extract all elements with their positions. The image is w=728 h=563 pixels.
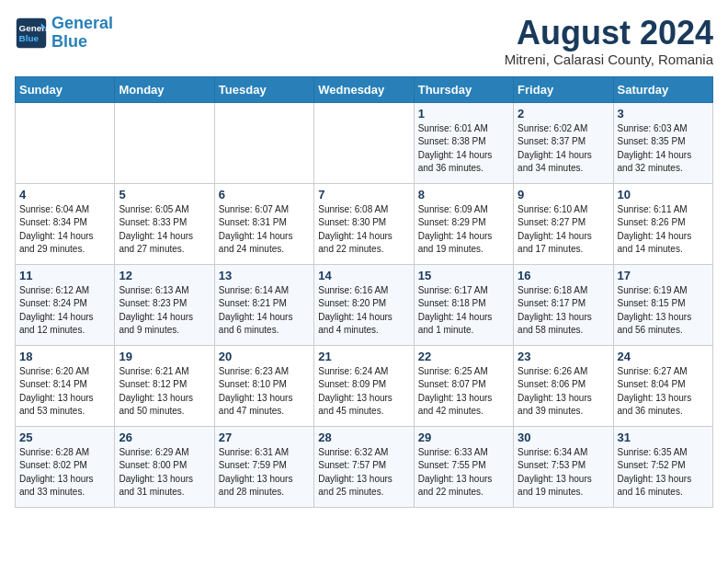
calendar-week-3: 11Sunrise: 6:12 AM Sunset: 8:24 PM Dayli…	[16, 264, 713, 345]
calendar-cell: 13Sunrise: 6:14 AM Sunset: 8:21 PM Dayli…	[214, 264, 313, 345]
day-number: 15	[418, 269, 509, 282]
calendar-cell: 3Sunrise: 6:03 AM Sunset: 8:35 PM Daylig…	[613, 102, 712, 183]
day-info: Sunrise: 6:13 AM Sunset: 8:23 PM Dayligh…	[119, 284, 210, 338]
calendar-cell	[214, 102, 313, 183]
day-number: 4	[19, 188, 110, 201]
calendar-cell	[115, 102, 214, 183]
day-number: 10	[618, 188, 709, 201]
day-number: 19	[119, 350, 210, 363]
calendar-cell: 4Sunrise: 6:04 AM Sunset: 8:34 PM Daylig…	[16, 183, 115, 264]
svg-text:General: General	[19, 23, 49, 33]
day-number: 21	[318, 350, 409, 363]
calendar-week-5: 25Sunrise: 6:28 AM Sunset: 8:02 PM Dayli…	[16, 426, 713, 507]
day-number: 9	[518, 188, 609, 201]
calendar-cell: 1Sunrise: 6:01 AM Sunset: 8:38 PM Daylig…	[414, 102, 513, 183]
location-subtitle: Mitreni, Calarasi County, Romania	[505, 52, 713, 67]
calendar-header: SundayMondayTuesdayWednesdayThursdayFrid…	[16, 76, 713, 102]
day-info: Sunrise: 6:28 AM Sunset: 8:02 PM Dayligh…	[19, 446, 110, 500]
calendar-week-2: 4Sunrise: 6:04 AM Sunset: 8:34 PM Daylig…	[16, 183, 713, 264]
day-number: 31	[618, 431, 709, 444]
logo: General Blue General Blue	[15, 15, 113, 52]
day-number: 22	[418, 350, 509, 363]
logo-text: General Blue	[51, 15, 113, 52]
calendar-cell: 7Sunrise: 6:08 AM Sunset: 8:30 PM Daylig…	[314, 183, 414, 264]
calendar-cell: 9Sunrise: 6:10 AM Sunset: 8:27 PM Daylig…	[514, 183, 613, 264]
calendar-cell: 15Sunrise: 6:17 AM Sunset: 8:18 PM Dayli…	[414, 264, 513, 345]
month-year-title: August 2024	[505, 15, 713, 52]
day-info: Sunrise: 6:32 AM Sunset: 7:57 PM Dayligh…	[318, 446, 409, 500]
calendar-table: SundayMondayTuesdayWednesdayThursdayFrid…	[15, 76, 713, 508]
calendar-cell: 19Sunrise: 6:21 AM Sunset: 8:12 PM Dayli…	[115, 345, 214, 426]
day-info: Sunrise: 6:25 AM Sunset: 8:07 PM Dayligh…	[418, 365, 509, 419]
day-info: Sunrise: 6:14 AM Sunset: 8:21 PM Dayligh…	[219, 284, 310, 338]
calendar-cell: 10Sunrise: 6:11 AM Sunset: 8:26 PM Dayli…	[613, 183, 712, 264]
calendar-cell: 18Sunrise: 6:20 AM Sunset: 8:14 PM Dayli…	[16, 345, 115, 426]
day-number: 20	[219, 350, 310, 363]
day-info: Sunrise: 6:16 AM Sunset: 8:20 PM Dayligh…	[318, 284, 409, 338]
day-number: 23	[518, 350, 609, 363]
day-number: 29	[418, 431, 509, 444]
day-info: Sunrise: 6:11 AM Sunset: 8:26 PM Dayligh…	[618, 203, 709, 257]
logo-icon: General Blue	[15, 17, 48, 50]
calendar-cell: 8Sunrise: 6:09 AM Sunset: 8:29 PM Daylig…	[414, 183, 513, 264]
day-info: Sunrise: 6:19 AM Sunset: 8:15 PM Dayligh…	[618, 284, 709, 338]
weekday-header-monday: Monday	[115, 76, 214, 102]
calendar-cell: 24Sunrise: 6:27 AM Sunset: 8:04 PM Dayli…	[613, 345, 712, 426]
day-info: Sunrise: 6:04 AM Sunset: 8:34 PM Dayligh…	[19, 203, 110, 257]
day-info: Sunrise: 6:05 AM Sunset: 8:33 PM Dayligh…	[119, 203, 210, 257]
weekday-header-sunday: Sunday	[16, 76, 115, 102]
day-info: Sunrise: 6:24 AM Sunset: 8:09 PM Dayligh…	[318, 365, 409, 419]
day-info: Sunrise: 6:35 AM Sunset: 7:52 PM Dayligh…	[618, 446, 709, 500]
day-info: Sunrise: 6:27 AM Sunset: 8:04 PM Dayligh…	[618, 365, 709, 419]
day-info: Sunrise: 6:31 AM Sunset: 7:59 PM Dayligh…	[219, 446, 310, 500]
day-number: 30	[518, 431, 609, 444]
day-number: 27	[219, 431, 310, 444]
day-number: 8	[418, 188, 509, 201]
calendar-cell: 31Sunrise: 6:35 AM Sunset: 7:52 PM Dayli…	[613, 426, 712, 507]
day-info: Sunrise: 6:08 AM Sunset: 8:30 PM Dayligh…	[318, 203, 409, 257]
weekday-header-friday: Friday	[514, 76, 613, 102]
day-number: 13	[219, 269, 310, 282]
day-info: Sunrise: 6:33 AM Sunset: 7:55 PM Dayligh…	[418, 446, 509, 500]
day-info: Sunrise: 6:02 AM Sunset: 8:37 PM Dayligh…	[518, 122, 609, 176]
calendar-cell: 30Sunrise: 6:34 AM Sunset: 7:53 PM Dayli…	[514, 426, 613, 507]
calendar-cell: 26Sunrise: 6:29 AM Sunset: 8:00 PM Dayli…	[115, 426, 214, 507]
day-info: Sunrise: 6:34 AM Sunset: 7:53 PM Dayligh…	[518, 446, 609, 500]
day-info: Sunrise: 6:23 AM Sunset: 8:10 PM Dayligh…	[219, 365, 310, 419]
day-number: 1	[418, 107, 509, 121]
day-number: 25	[19, 431, 110, 444]
calendar-cell: 28Sunrise: 6:32 AM Sunset: 7:57 PM Dayli…	[314, 426, 414, 507]
calendar-cell: 16Sunrise: 6:18 AM Sunset: 8:17 PM Dayli…	[514, 264, 613, 345]
day-info: Sunrise: 6:01 AM Sunset: 8:38 PM Dayligh…	[418, 122, 509, 176]
title-section: August 2024 Mitreni, Calarasi County, Ro…	[505, 15, 713, 67]
day-number: 16	[518, 269, 609, 282]
day-number: 14	[318, 269, 409, 282]
day-info: Sunrise: 6:10 AM Sunset: 8:27 PM Dayligh…	[518, 203, 609, 257]
calendar-cell: 20Sunrise: 6:23 AM Sunset: 8:10 PM Dayli…	[214, 345, 313, 426]
day-number: 6	[219, 188, 310, 201]
calendar-cell	[314, 102, 414, 183]
day-number: 26	[119, 431, 210, 444]
svg-text:Blue: Blue	[19, 33, 40, 43]
day-info: Sunrise: 6:03 AM Sunset: 8:35 PM Dayligh…	[618, 122, 709, 176]
day-number: 18	[19, 350, 110, 363]
day-info: Sunrise: 6:20 AM Sunset: 8:14 PM Dayligh…	[19, 365, 110, 419]
calendar-cell: 12Sunrise: 6:13 AM Sunset: 8:23 PM Dayli…	[115, 264, 214, 345]
calendar-week-1: 1Sunrise: 6:01 AM Sunset: 8:38 PM Daylig…	[16, 102, 713, 183]
calendar-cell	[16, 102, 115, 183]
day-info: Sunrise: 6:18 AM Sunset: 8:17 PM Dayligh…	[518, 284, 609, 338]
calendar-body: 1Sunrise: 6:01 AM Sunset: 8:38 PM Daylig…	[16, 102, 713, 507]
day-info: Sunrise: 6:29 AM Sunset: 8:00 PM Dayligh…	[119, 446, 210, 500]
calendar-cell: 22Sunrise: 6:25 AM Sunset: 8:07 PM Dayli…	[414, 345, 513, 426]
weekday-header-thursday: Thursday	[414, 76, 513, 102]
calendar-week-4: 18Sunrise: 6:20 AM Sunset: 8:14 PM Dayli…	[16, 345, 713, 426]
calendar-cell: 17Sunrise: 6:19 AM Sunset: 8:15 PM Dayli…	[613, 264, 712, 345]
day-number: 24	[618, 350, 709, 363]
calendar-cell: 21Sunrise: 6:24 AM Sunset: 8:09 PM Dayli…	[314, 345, 414, 426]
day-info: Sunrise: 6:12 AM Sunset: 8:24 PM Dayligh…	[19, 284, 110, 338]
calendar-cell: 5Sunrise: 6:05 AM Sunset: 8:33 PM Daylig…	[115, 183, 214, 264]
day-number: 2	[518, 107, 609, 121]
day-number: 12	[119, 269, 210, 282]
weekday-header-saturday: Saturday	[613, 76, 712, 102]
weekday-header-wednesday: Wednesday	[314, 76, 414, 102]
